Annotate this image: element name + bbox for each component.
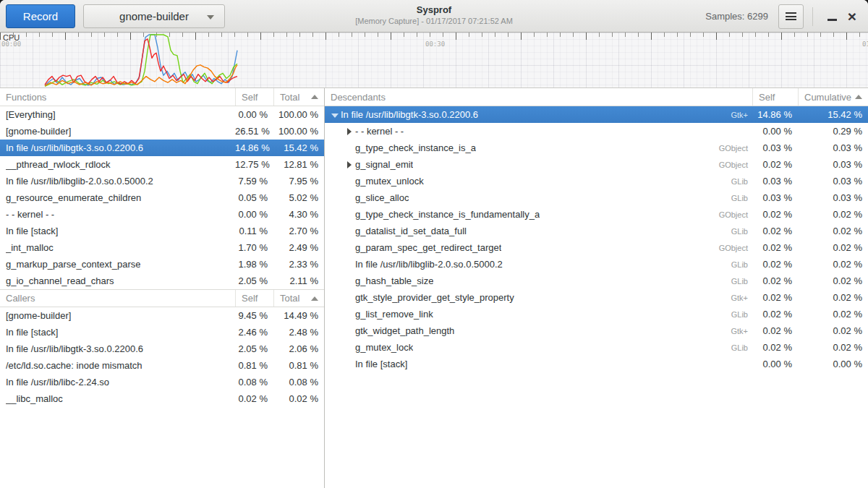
functions-row[interactable]: In file [stack]0.11 %2.70 % <box>0 223 324 239</box>
row-label: g_signal_emit <box>355 159 413 170</box>
descendants-row[interactable]: g_signal_emitGObject0.02 %0.03 % <box>325 156 868 173</box>
cumulative-value: 0.02 % <box>798 259 868 270</box>
row-name-cell: __libc_malloc <box>0 393 235 404</box>
callers-table-body: [gnome-builder]9.45 %14.49 %In file [sta… <box>0 307 324 407</box>
cumulative-value: 15.42 % <box>798 109 868 120</box>
sysprof-window: Record gnome-builder Sysprof [Memory Cap… <box>0 0 868 488</box>
total-value: 7.95 % <box>273 176 324 187</box>
self-value: 0.00 % <box>752 126 798 137</box>
library-tag: Gtk+ <box>725 294 752 302</box>
callers-row[interactable]: [gnome-builder]9.45 %14.49 % <box>0 307 324 324</box>
functions-row[interactable]: __pthread_rwlock_rdlock12.75 %12.81 % <box>0 156 324 173</box>
row-name-cell: g_io_channel_read_chars <box>0 275 235 286</box>
sort-ascending-icon <box>311 95 318 99</box>
expander-closed-icon[interactable] <box>345 161 355 168</box>
functions-self-column-header[interactable]: Self <box>235 88 273 106</box>
descendants-row[interactable]: gtk_style_provider_get_style_propertyGtk… <box>325 289 868 306</box>
self-value: 1.70 % <box>235 242 273 253</box>
descendants-row[interactable]: g_datalist_id_set_data_fullGLib0.02 %0.0… <box>325 223 868 239</box>
self-value: 0.03 % <box>752 176 798 187</box>
cumulative-value: 0.03 % <box>798 159 868 170</box>
row-name-cell: In file [stack] <box>0 327 235 338</box>
functions-row[interactable]: g_markup_parse_context_parse1.98 %2.33 % <box>0 256 324 273</box>
row-name-cell: g_hash_table_sizeGLib <box>325 275 752 286</box>
library-tag: GLib <box>726 227 752 236</box>
functions-row[interactable]: [gnome-builder]26.51 %100.00 % <box>0 123 324 140</box>
functions-row[interactable]: _int_malloc1.70 %2.49 % <box>0 239 324 256</box>
row-name-cell: gtk_style_provider_get_style_propertyGtk… <box>325 292 752 303</box>
descendants-row[interactable]: g_mutex_lockGLib0.02 %0.02 % <box>325 339 868 356</box>
descendants-cumulative-column-header[interactable]: Cumulative <box>798 88 868 106</box>
self-value: 12.75 % <box>235 159 273 170</box>
self-value: 0.05 % <box>235 192 273 203</box>
titlebar-separator <box>812 7 813 26</box>
cpu-graph[interactable]: CPU 00:00 00:30 01:00 <box>0 33 868 88</box>
callers-row[interactable]: In file [stack]2.46 %2.48 % <box>0 324 324 341</box>
descendants-row[interactable]: g_mutex_unlockGLib0.03 %0.03 % <box>325 173 868 189</box>
descendants-row[interactable]: g_type_check_instance_is_aGObject0.03 %0… <box>325 140 868 156</box>
functions-row[interactable]: g_resource_enumerate_children0.05 %5.02 … <box>0 189 324 206</box>
cumulative-value: 0.02 % <box>798 309 868 320</box>
cumulative-value: 0.03 % <box>798 142 868 153</box>
callers-total-column-header[interactable]: Total <box>273 290 324 307</box>
row-label: g_resource_enumerate_children <box>6 192 141 203</box>
row-name-cell: - - kernel - - <box>0 209 235 220</box>
process-selector-dropdown[interactable]: gnome-builder <box>83 4 225 28</box>
callers-self-column-header[interactable]: Self <box>235 290 273 307</box>
descendants-row[interactable]: In file /usr/lib/libglib-2.0.so.0.5000.2… <box>325 256 868 273</box>
descendants-row[interactable]: - - kernel - -0.00 %0.29 % <box>325 123 868 140</box>
expander-spacer <box>345 194 355 202</box>
row-label: [gnome-builder] <box>6 126 71 137</box>
callers-row[interactable]: In file /usr/lib/libgtk-3.so.0.2200.62.0… <box>0 341 324 357</box>
expander-open-icon[interactable] <box>331 111 341 119</box>
descendants-row[interactable]: g_hash_table_sizeGLib0.02 %0.02 % <box>325 273 868 289</box>
descendants-row[interactable]: gtk_widget_path_lengthGtk+0.02 %0.02 % <box>325 322 868 339</box>
menu-button[interactable] <box>778 4 804 29</box>
library-tag: GObject <box>713 144 752 153</box>
hamburger-icon <box>786 12 796 20</box>
row-label: - - kernel - - <box>355 126 404 137</box>
library-tag: GLib <box>726 177 752 186</box>
cumulative-value: 0.03 % <box>798 176 868 187</box>
functions-row[interactable]: - - kernel - -0.00 %4.30 % <box>0 206 324 223</box>
row-label: [Everything] <box>6 109 56 120</box>
functions-row[interactable]: [Everything]0.00 %100.00 % <box>0 106 324 123</box>
row-name-cell: In file /usr/lib/libglib-2.0.so.0.5000.2… <box>325 259 752 270</box>
descendants-self-column-header[interactable]: Self <box>752 88 798 106</box>
library-tag: GLib <box>726 343 752 352</box>
self-value: 0.02 % <box>752 209 798 220</box>
row-label: __pthread_rwlock_rdlock <box>6 159 111 170</box>
self-value: 0.02 % <box>235 393 273 404</box>
self-value: 14.86 % <box>235 142 273 153</box>
self-value: 1.98 % <box>235 259 273 270</box>
functions-column-header[interactable]: Functions <box>0 88 235 106</box>
descendants-row[interactable]: g_param_spec_get_redirect_targetGObject0… <box>325 239 868 256</box>
record-button[interactable]: Record <box>6 4 75 28</box>
total-value: 2.49 % <box>273 242 324 253</box>
minimize-button[interactable] <box>822 4 842 29</box>
row-label: gtk_widget_path_length <box>355 325 454 336</box>
descendants-row[interactable]: g_list_remove_linkGLib0.02 %0.02 % <box>325 306 868 322</box>
cumulative-value: 0.03 % <box>798 192 868 203</box>
functions-total-column-header[interactable]: Total <box>273 88 324 106</box>
callers-row[interactable]: __libc_malloc0.02 %0.02 % <box>0 390 324 407</box>
close-button[interactable]: × <box>842 4 862 29</box>
descendants-column-header[interactable]: Descendants <box>325 88 752 106</box>
descendants-row[interactable]: g_slice_allocGLib0.03 %0.03 % <box>325 189 868 206</box>
row-name-cell: [gnome-builder] <box>0 310 235 321</box>
row-label: In file [stack] <box>6 327 58 338</box>
row-label: In file /usr/lib/libglib-2.0.so.0.5000.2 <box>355 259 503 270</box>
functions-row[interactable]: g_io_channel_read_chars2.05 %2.11 % <box>0 273 324 289</box>
row-name-cell: g_datalist_id_set_data_fullGLib <box>325 226 752 236</box>
callers-column-header[interactable]: Callers <box>0 290 235 307</box>
library-tag: Gtk+ <box>725 327 752 335</box>
callers-row[interactable]: /etc/ld.so.cache: inode mismatch0.81 %0.… <box>0 357 324 374</box>
descendants-row[interactable]: In file /usr/lib/libgtk-3.so.0.2200.6Gtk… <box>325 106 868 123</box>
callers-row[interactable]: In file /usr/lib/libc-2.24.so0.08 %0.08 … <box>0 374 324 390</box>
descendants-row[interactable]: g_type_check_instance_is_fundamentally_a… <box>325 206 868 223</box>
functions-row[interactable]: In file /usr/lib/libglib-2.0.so.0.5000.2… <box>0 173 324 189</box>
functions-row[interactable]: In file /usr/lib/libgtk-3.so.0.2200.614.… <box>0 140 324 156</box>
descendants-row[interactable]: In file [stack]0.00 %0.00 % <box>325 356 868 372</box>
expander-closed-icon[interactable] <box>345 128 355 135</box>
self-value: 26.51 % <box>235 126 273 137</box>
